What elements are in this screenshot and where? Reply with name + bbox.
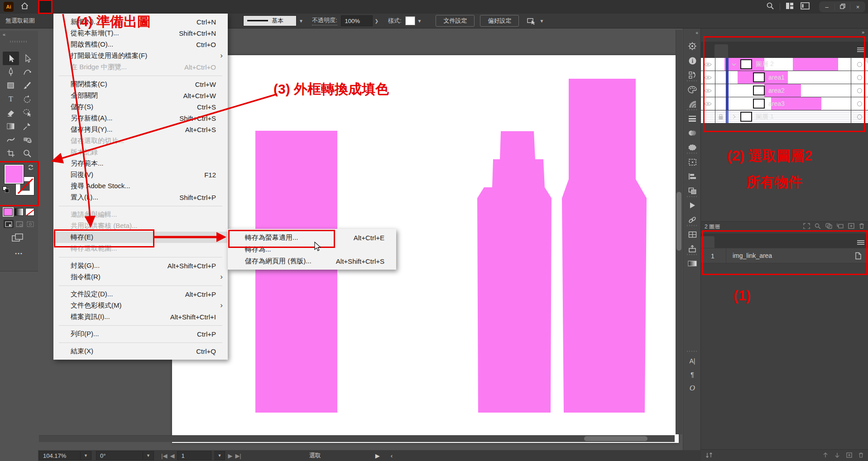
- workspace-switcher-icon[interactable]: [782, 2, 797, 11]
- isolate-selected-icon[interactable]: ▼: [527, 17, 546, 25]
- zoom-tool[interactable]: [19, 147, 35, 160]
- menu-item[interactable]: 轉存選取範圍...: [53, 243, 228, 254]
- align-panel-icon[interactable]: [683, 171, 701, 182]
- last-artboard-icon[interactable]: ▶|: [235, 452, 241, 459]
- layer-thumbnail[interactable]: [753, 86, 765, 95]
- version-history-icon[interactable]: [683, 69, 701, 81]
- lock-toggle[interactable]: [715, 84, 726, 97]
- dock-grip[interactable]: [687, 80, 698, 81]
- draw-behind-icon[interactable]: [14, 220, 24, 228]
- minimize-button[interactable]: –: [819, 4, 834, 10]
- artboard-page-icon[interactable]: [848, 252, 868, 260]
- artboard-dropdown-icon[interactable]: ▼: [214, 451, 225, 460]
- character-panel-icon[interactable]: A|: [683, 355, 701, 367]
- draw-normal-icon[interactable]: [4, 220, 14, 228]
- screen-mode-icon[interactable]: [12, 233, 24, 244]
- restore-button[interactable]: [834, 4, 850, 10]
- menu-item[interactable]: 儲存(S) Ctrl+S: [53, 101, 228, 113]
- appearance-icon[interactable]: [683, 142, 701, 153]
- dock-grip[interactable]: [687, 109, 698, 110]
- expand-panel-icon[interactable]: [803, 223, 810, 230]
- artboard-name[interactable]: img_link_area: [726, 252, 848, 259]
- move-up-icon[interactable]: [823, 451, 828, 460]
- toolbar-grip[interactable]: [10, 41, 28, 43]
- panel-menu-icon[interactable]: [857, 239, 864, 244]
- direct-selection-tool[interactable]: [19, 52, 35, 65]
- dock-grip[interactable]: [687, 351, 698, 352]
- opacity-expand-icon[interactable]: ❯: [373, 19, 381, 24]
- rotation-dropdown-icon[interactable]: ▼: [143, 451, 154, 460]
- opacity-label[interactable]: 不透明度:: [312, 16, 337, 25]
- home-icon[interactable]: [21, 2, 29, 11]
- style-swatch[interactable]: [405, 16, 415, 25]
- menu-item[interactable]: 開啟舊檔(O)... Ctrl+O: [53, 39, 228, 50]
- submenu-item[interactable]: 轉存為...: [228, 243, 396, 255]
- delete-artboard-icon[interactable]: [858, 451, 863, 460]
- magic-selection-tool[interactable]: [19, 106, 35, 119]
- next-artboard-icon[interactable]: ▶: [228, 452, 232, 459]
- make-clip-mask-icon[interactable]: [825, 223, 832, 230]
- menu-item[interactable]: 文件色彩模式(M): [53, 300, 228, 311]
- zoom-dropdown-icon[interactable]: ▼: [81, 451, 91, 460]
- layer-name[interactable]: area1: [768, 74, 851, 81]
- menu-item[interactable]: 列印(P)... Ctrl+P: [53, 328, 228, 340]
- menu-item[interactable]: 共用以供審核 (Beta)...: [53, 220, 228, 232]
- menu-item[interactable]: 儲存選取的切片...: [53, 135, 228, 147]
- paragraph-panel-icon[interactable]: ¶: [683, 369, 701, 380]
- chevron-down-icon[interactable]: ▼: [297, 19, 306, 24]
- menu-item[interactable]: 封裝(G)... Alt+Shift+Ctrl+P: [53, 260, 228, 271]
- menu-item[interactable]: 版本記錄: [53, 147, 228, 158]
- new-sublayer-icon[interactable]: [837, 223, 844, 230]
- zoom-level-field[interactable]: 104.17%: [39, 451, 81, 460]
- transparency-icon[interactable]: [683, 127, 701, 139]
- rectangle-tool[interactable]: [3, 79, 19, 92]
- gradient-tool[interactable]: [3, 119, 19, 133]
- none-button[interactable]: [25, 208, 34, 216]
- new-layer-icon[interactable]: [848, 223, 854, 230]
- menu-bar-item[interactable]: [52, 0, 66, 14]
- gradient-panel-icon[interactable]: [683, 257, 701, 269]
- pathfinder-panel-icon[interactable]: [683, 185, 701, 197]
- layer-row[interactable]: area3: [701, 97, 868, 110]
- actions-panel-icon[interactable]: [683, 200, 701, 211]
- eraser-tool[interactable]: [3, 106, 19, 119]
- vertical-scrollbar-thumb[interactable]: [676, 192, 681, 251]
- panel-tab[interactable]: [701, 44, 715, 58]
- paintbrush-tool[interactable]: [19, 79, 35, 92]
- app-logo-icon[interactable]: Ai: [4, 2, 14, 12]
- layer-row[interactable]: area1: [701, 71, 868, 84]
- menu-item[interactable]: 回復(V) F12: [53, 169, 228, 181]
- target-circle[interactable]: [851, 110, 868, 123]
- menu-bar-item[interactable]: [134, 0, 147, 14]
- swap-fill-stroke-icon[interactable]: [27, 164, 34, 173]
- submenu-item[interactable]: 轉存為螢幕適用... Alt+Ctrl+E: [228, 232, 396, 243]
- horizontal-scrollbar-thumb[interactable]: [584, 436, 647, 441]
- menu-bar-item[interactable]: [106, 0, 120, 14]
- visibility-toggle[interactable]: [701, 97, 715, 110]
- close-button[interactable]: ×: [850, 4, 865, 10]
- menu-item[interactable]: 結束(X) Ctrl+Q: [53, 346, 228, 357]
- menu-item[interactable]: 邀請參與編輯...: [53, 209, 228, 220]
- layer-thumbnail[interactable]: [740, 59, 752, 69]
- menu-item[interactable]: 關閉檔案(C) Ctrl+W: [53, 79, 228, 90]
- expand-chevron-icon[interactable]: [729, 63, 739, 66]
- panel-menu-icon[interactable]: [857, 46, 864, 52]
- layer-name[interactable]: area3: [768, 100, 851, 107]
- rotate-tool[interactable]: [19, 92, 35, 106]
- lock-toggle[interactable]: [715, 58, 726, 71]
- horizontal-scrollbar[interactable]: [39, 435, 675, 442]
- layer-thumbnail[interactable]: [740, 112, 752, 122]
- menu-item[interactable]: 另存範本...: [53, 158, 228, 169]
- status-play-icon[interactable]: ▶: [375, 452, 380, 459]
- menu-bar-item[interactable]: [93, 0, 106, 14]
- rotation-field[interactable]: 0°: [96, 451, 143, 460]
- eyedropper-tool[interactable]: [19, 119, 35, 133]
- draw-inside-icon[interactable]: [25, 220, 35, 228]
- dock-grip[interactable]: [687, 254, 698, 255]
- menu-item[interactable]: 檔案資訊(I)... Alt+Shift+Ctrl+I: [53, 311, 228, 323]
- locate-object-icon[interactable]: [815, 223, 821, 230]
- status-chevron-icon[interactable]: ‹: [391, 452, 393, 459]
- layer-row[interactable]: 圖層 1: [701, 110, 868, 124]
- menu-bar-item[interactable]: [147, 0, 161, 14]
- curvature-tool[interactable]: [19, 65, 35, 79]
